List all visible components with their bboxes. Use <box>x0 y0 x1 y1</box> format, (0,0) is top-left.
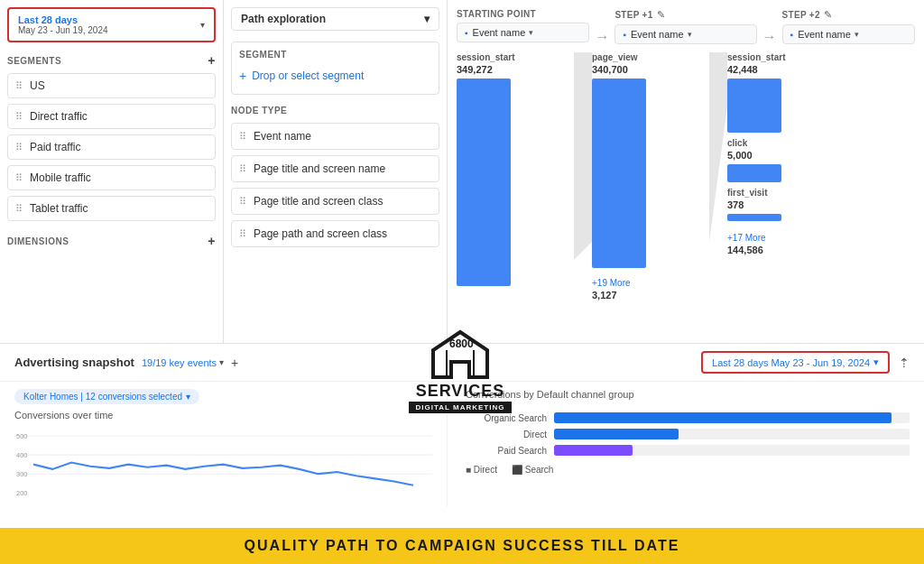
banner-text: QUALITY PATH TO CAMPAIGN SUCCESS TILL DA… <box>245 538 680 554</box>
segment-item-tablet[interactable]: ⠿ Tablet traffic <box>7 196 216 221</box>
node-option-page-title-screen-name[interactable]: ⠿ Page title and screen name <box>231 155 439 182</box>
drag-handle-icon: ⠿ <box>15 172 23 184</box>
step1-more: +19 More 3,127 <box>592 273 709 300</box>
node-option-event-name[interactable]: ⠿ Event name <box>231 123 439 150</box>
start-col: session_start 349,272 <box>457 52 574 314</box>
node-label-page-path-screen-class: Page path and screen class <box>254 227 387 240</box>
step1-event-label: Event name <box>631 29 684 40</box>
logo-digital-text: DIGITAL MARKETING <box>409 402 513 413</box>
segment-item-mobile[interactable]: ⠿ Mobile traffic <box>7 165 216 190</box>
connector-1 <box>574 52 592 314</box>
conversions-chart-title: Conversions over time <box>14 410 432 421</box>
dimensions-label: DIMENSIONS <box>7 236 69 246</box>
step2-more-link[interactable]: +17 More <box>727 233 766 243</box>
step2-node1-bar <box>727 79 781 133</box>
exploration-label: Path exploration <box>241 13 326 25</box>
add-segment-button[interactable]: + <box>208 53 216 68</box>
event-selector-icon: ▪ <box>465 28 468 38</box>
segment-item-direct[interactable]: ⠿ Direct traffic <box>7 104 216 129</box>
funnel-svg-1 <box>574 52 592 314</box>
event-selector-icon: ▪ <box>790 30 794 40</box>
node-option-page-path-screen-class[interactable]: ⠿ Page path and screen class <box>231 220 439 247</box>
logo-services-text: SERVICES <box>416 382 505 401</box>
kolter-homes-badge[interactable]: Kolter Homes | 12 conversions selected ▾ <box>14 389 199 404</box>
exploration-dropdown-icon: ▾ <box>424 13 430 25</box>
drag-handle-icon: ⠿ <box>239 131 246 143</box>
step2-node2-value: 5,000 <box>727 150 863 161</box>
drop-segment-button[interactable]: + Drop or select segment <box>239 65 431 87</box>
step1-more-value: 3,127 <box>592 290 709 300</box>
step2-more: +17 More 144,586 <box>727 228 863 255</box>
svg-marker-1 <box>709 52 727 242</box>
step2-event-label: Event name <box>798 29 851 40</box>
starting-event-selector[interactable]: ▪ Event name ▾ <box>457 23 589 42</box>
drop-segment-label: Drop or select segment <box>252 69 364 82</box>
conversions-by-channel: Conversions by Default channel group Org… <box>448 389 910 510</box>
step1-node1-label: page_view <box>592 52 709 62</box>
funnel-svg-2 <box>709 52 727 314</box>
node-option-page-title-screen-class[interactable]: ⠿ Page title and screen class <box>231 188 439 215</box>
adv-date-selector[interactable]: Last 28 days May 23 - Jun 19, 2024 ▾ <box>701 351 890 374</box>
channel-bar-track-paid <box>554 445 910 456</box>
flow-chart: session_start 349,272 page_view 340,700 … <box>457 52 915 314</box>
step2-event-selector[interactable]: ▪ Event name ▾ <box>782 24 915 44</box>
channel-legend: ■ Direct ⬛ Search <box>466 465 910 475</box>
node-options-list: ⠿ Event name ⠿ Page title and screen nam… <box>231 123 439 247</box>
node-type-label: NODE TYPE <box>231 106 439 116</box>
segment-item-us[interactable]: ⠿ US <box>7 73 216 98</box>
adv-add-button[interactable]: + <box>231 356 238 370</box>
segments-section-header: SEGMENTS + <box>7 53 216 68</box>
step2-node1-label: session_start <box>727 52 863 62</box>
start-node-value: 349,272 <box>457 64 574 75</box>
plus-icon: + <box>239 69 246 83</box>
adv-title: Advertising snapshot <box>14 356 134 369</box>
step1-label: STEP +1 <box>614 10 652 20</box>
share-icon[interactable]: ⇡ <box>899 356 910 370</box>
step2-node3-value: 378 <box>727 199 863 210</box>
segment-label-direct: Direct traffic <box>30 110 88 123</box>
date-range-dropdown-icon: ▾ <box>200 20 205 30</box>
channel-bar-track-direct <box>554 429 910 439</box>
start-node-bar <box>457 79 511 286</box>
event-dropdown-chevron: ▾ <box>688 30 692 39</box>
step1-edit-icon[interactable]: ✎ <box>657 9 665 21</box>
kolter-homes-bar: Kolter Homes | 12 conversions selected ▾ <box>14 389 432 404</box>
left-sidebar: Last 28 days May 23 - Jun 19, 2024 ▾ SEG… <box>0 0 224 343</box>
step1-event-selector[interactable]: ▪ Event name ▾ <box>614 24 756 44</box>
segment-box: SEGMENT + Drop or select segment <box>231 42 439 95</box>
exploration-dropdown[interactable]: Path exploration ▾ <box>231 7 439 31</box>
channel-row-paid: Paid Search <box>466 445 910 456</box>
node-label-page-title-screen-class: Page title and screen class <box>254 195 383 208</box>
adv-count-dropdown-icon[interactable]: ▾ <box>219 357 224 367</box>
logo-svg: 6800 <box>424 328 496 382</box>
date-range-selector[interactable]: Last 28 days May 23 - Jun 19, 2024 ▾ <box>7 7 216 42</box>
conversions-line-chart: 500 400 300 200 <box>14 426 432 498</box>
starting-point-label: STARTING POINT <box>457 9 589 19</box>
segment-item-paid[interactable]: ⠿ Paid traffic <box>7 134 216 160</box>
add-dimension-button[interactable]: + <box>208 234 216 248</box>
channel-bar-fill-direct <box>554 429 679 439</box>
step2-node3-bar <box>727 214 781 221</box>
legend-search: ⬛ Search <box>512 465 553 475</box>
legend-direct: ■ Direct <box>466 465 497 475</box>
channel-bar-fill-organic <box>554 412 892 423</box>
channel-bar-track-organic <box>554 412 910 423</box>
logo-overlay: 6800 SERVICES DIGITAL MARKETING <box>406 316 514 424</box>
segments-label: SEGMENTS <box>7 56 61 66</box>
adv-date-label: Last 28 days May 23 - Jun 19, 2024 <box>712 357 870 368</box>
event-dropdown-chevron: ▾ <box>529 28 533 37</box>
event-selector-icon: ▪ <box>623 30 626 40</box>
step1-more-link[interactable]: +19 More <box>592 278 631 288</box>
segment-label-tablet: Tablet traffic <box>30 202 88 215</box>
channel-bar-fill-paid <box>554 445 633 456</box>
step1-col: STEP +1 ✎ ▪ Event name ▾ <box>614 9 756 44</box>
svg-text:6800: 6800 <box>449 337 474 350</box>
step2-edit-icon[interactable]: ✎ <box>824 9 832 21</box>
node-label-event-name: Event name <box>254 130 311 143</box>
starting-point-col: STARTING POINT ▪ Event name ▾ <box>457 9 589 42</box>
svg-text:500: 500 <box>16 432 27 440</box>
date-range-sub: May 23 - Jun 19, 2024 <box>18 25 108 35</box>
drag-handle-icon: ⠿ <box>239 196 246 208</box>
channel-row-organic: Organic Search <box>466 412 910 423</box>
conversions-dropdown-icon: ▾ <box>186 392 190 402</box>
